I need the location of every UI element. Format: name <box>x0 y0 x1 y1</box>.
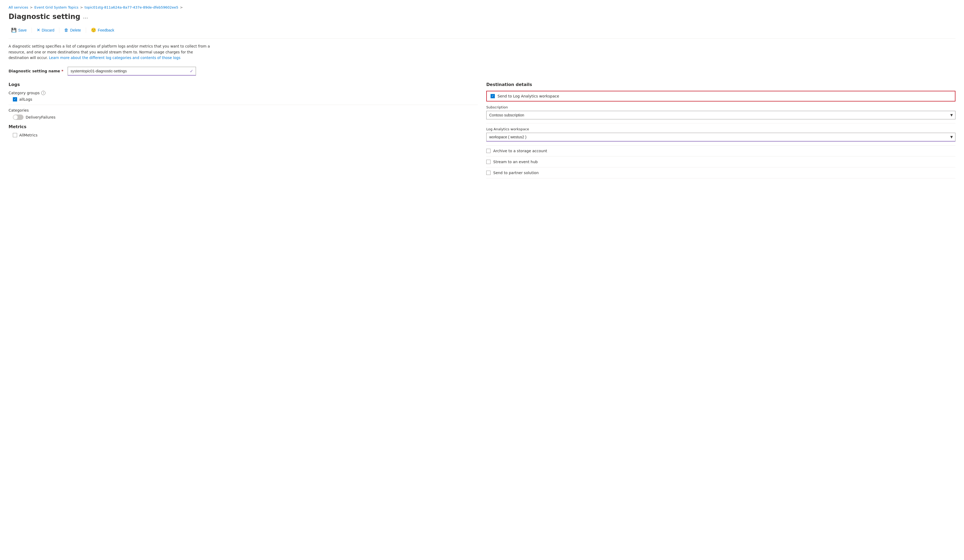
event-hub-option: Stream to an event hub <box>486 156 956 167</box>
toolbar-sep-2 <box>59 28 59 33</box>
right-panel: Destination details Send to Log Analytic… <box>486 82 956 179</box>
logs-divider <box>8 105 478 105</box>
delete-icon: 🗑 <box>64 28 68 32</box>
description-link[interactable]: Learn more about the different log categ… <box>49 55 181 60</box>
category-groups-label: Category groups i <box>8 91 46 95</box>
partner-solution-label: Send to partner solution <box>493 170 539 175</box>
subscription-label: Subscription <box>486 105 956 109</box>
toolbar-sep-3 <box>86 28 86 33</box>
page-title-container: Diagnostic setting ... <box>8 13 956 21</box>
feedback-icon: 🙂 <box>91 28 96 32</box>
workspace-select-wrapper: workspace ( westus2 ) ▼ <box>486 133 956 141</box>
subscription-select-wrapper: Contoso subscription ▼ <box>486 111 956 119</box>
feedback-label: Feedback <box>98 28 114 32</box>
required-marker: * <box>62 69 64 73</box>
workspace-select[interactable]: workspace ( westus2 ) <box>486 133 956 141</box>
archive-storage-option: Archive to a storage account <box>486 146 956 156</box>
event-hub-label: Stream to an event hub <box>493 160 537 164</box>
all-metrics-row: AllMetrics <box>13 133 478 137</box>
delete-button[interactable]: 🗑 Delete <box>62 26 83 34</box>
all-logs-label: allLogs <box>19 97 33 101</box>
subscription-section: Subscription Contoso subscription ▼ <box>486 101 956 123</box>
breadcrumb: All services > Event Grid System Topics … <box>8 5 956 9</box>
workspace-label: Log Analytics workspace <box>486 127 956 131</box>
destination-title: Destination details <box>486 82 956 87</box>
discard-label: Discard <box>42 28 54 32</box>
breadcrumb-event-grid[interactable]: Event Grid System Topics <box>34 5 78 9</box>
breadcrumb-sep-1: > <box>30 5 33 9</box>
page-title-ellipsis[interactable]: ... <box>83 13 88 20</box>
save-label: Save <box>18 28 27 32</box>
category-groups-info-icon[interactable]: i <box>41 91 46 95</box>
all-metrics-label: AllMetrics <box>19 133 37 137</box>
archive-storage-checkbox[interactable] <box>486 149 490 153</box>
feedback-button[interactable]: 🙂 Feedback <box>88 26 117 34</box>
metrics-section-title: Metrics <box>8 124 478 129</box>
setting-name-input[interactable] <box>68 67 196 76</box>
metrics-section: Metrics AllMetrics <box>8 124 478 137</box>
breadcrumb-sep-3: > <box>180 5 183 9</box>
subscription-select[interactable]: Contoso subscription <box>486 111 956 119</box>
toolbar-sep-1 <box>31 28 32 33</box>
all-metrics-checkbox[interactable] <box>13 133 17 137</box>
all-logs-checkbox[interactable] <box>13 97 17 101</box>
category-groups-row: Category groups i <box>8 91 478 95</box>
logs-section: Logs Category groups i allLogs Categorie… <box>8 82 478 120</box>
setting-name-label: Diagnostic setting name * <box>8 69 64 73</box>
setting-name-input-wrapper: ✓ <box>68 67 196 76</box>
toolbar: 💾 Save ✕ Discard 🗑 Delete 🙂 Feedback <box>8 26 956 39</box>
page-title: Diagnostic setting <box>8 13 80 21</box>
discard-button[interactable]: ✕ Discard <box>34 26 57 34</box>
logs-section-title: Logs <box>8 82 478 87</box>
log-analytics-checkbox[interactable] <box>490 94 495 98</box>
breadcrumb-topic[interactable]: topic01stg-811a624a-8a77-437e-89de-dfeb5… <box>85 5 178 9</box>
partner-solution-option: Send to partner solution <box>486 167 956 179</box>
save-icon: 💾 <box>11 28 16 32</box>
categories-label: Categories <box>8 108 478 112</box>
log-analytics-option: Send to Log Analytics workspace <box>486 91 956 101</box>
event-hub-checkbox[interactable] <box>486 160 490 164</box>
delivery-failures-toggle[interactable] <box>13 115 23 120</box>
description: A diagnostic setting specifies a list of… <box>8 44 212 61</box>
archive-storage-label: Archive to a storage account <box>493 149 547 153</box>
setting-name-row: Diagnostic setting name * ✓ <box>8 67 956 76</box>
partner-solution-checkbox[interactable] <box>486 170 490 175</box>
input-checkmark-icon: ✓ <box>190 69 193 74</box>
all-logs-row: allLogs <box>13 97 478 101</box>
discard-icon: ✕ <box>37 28 40 32</box>
delivery-failures-row: DeliveryFailures <box>13 115 478 120</box>
breadcrumb-all-services[interactable]: All services <box>8 5 28 9</box>
main-layout: Logs Category groups i allLogs Categorie… <box>8 82 956 179</box>
delivery-failures-label: DeliveryFailures <box>26 115 55 119</box>
log-analytics-label: Send to Log Analytics workspace <box>498 94 559 98</box>
workspace-section: Log Analytics workspace workspace ( west… <box>486 123 956 146</box>
breadcrumb-sep-2: > <box>80 5 83 9</box>
delete-label: Delete <box>70 28 81 32</box>
left-panel: Logs Category groups i allLogs Categorie… <box>8 82 478 139</box>
save-button[interactable]: 💾 Save <box>8 26 29 34</box>
